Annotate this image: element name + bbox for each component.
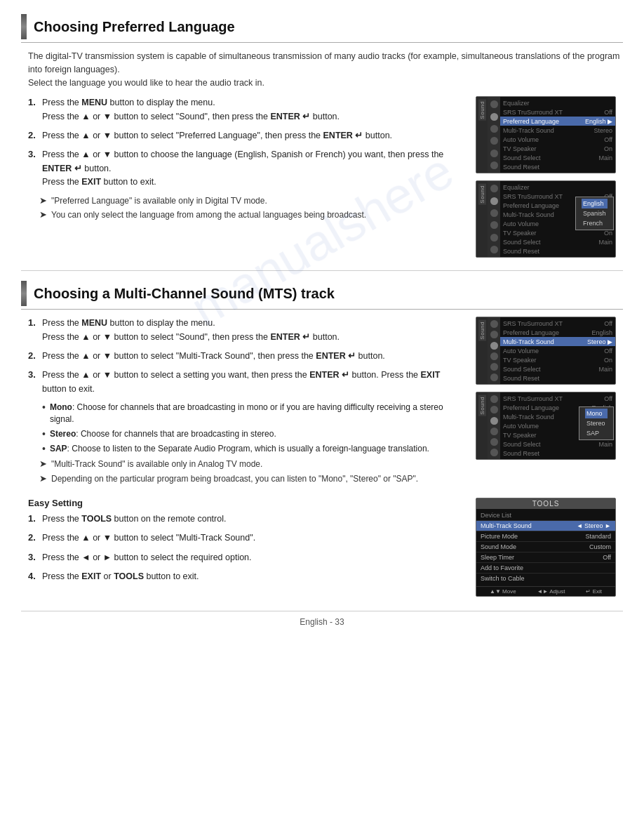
mts1-row-ssel: Sound SelectMain [500,364,615,373]
screen1-1-container: Sound Equalizer [476,96,623,173]
icon-eq [490,100,498,108]
page-number: English - 33 [300,617,344,627]
tools-screen-col: TOOLS Device List Multi-Track Sound◄ Ste… [476,498,623,597]
mts1-row-srs: SRS TruSurround XTOff [500,319,615,328]
screen1-1-icons [488,97,500,173]
bullet-sap: • SAP: Choose to listen to the Separate … [28,443,464,455]
icon-vol2 [490,234,498,241]
easy-step-3-num: 3. [28,551,42,564]
note-text-1: "Preferred Language" is available only i… [51,195,267,207]
bullet-mono: • Mono: Choose for channels that are bro… [28,402,464,425]
easy-step-4: 4. Press the EXIT or TOOLS button to exi… [28,570,464,583]
tools-cable-key: Switch to Cable [481,575,525,582]
note-arrow-2: ➤ [39,209,47,220]
row-multi-track: Multi-Track SoundStereo [500,126,615,135]
icon-srs [490,113,498,121]
screen-mts-1-sidebar: Sound [476,317,488,384]
icon-spk2 [490,246,498,253]
icon-m3 [490,342,498,350]
icon-m1 [490,320,498,328]
section2-bullets: • Mono: Choose for channels that are bro… [28,402,464,454]
icon-m5 [490,363,498,371]
icon-n3 [490,417,498,425]
easy-setting-title: Easy Setting [28,498,464,508]
tools-sound-key: Sound Mode [481,543,516,550]
step-2-2-text: Press the ▲ or ▼ button to select "Multi… [42,350,385,363]
screen-mts-1-icons [488,317,500,384]
screen-mts-1-label: Sound [478,320,486,341]
note-text-2: You can only select the language from am… [51,209,366,221]
step-2-2-num: 2. [28,350,42,363]
easy-step-2: 2. Press the ▲ or ▼ button to select "Mu… [28,531,464,545]
tools-screen: TOOLS Device List Multi-Track Sound◄ Ste… [476,498,616,597]
tools-title: TOOLS [476,498,615,509]
row-preferred-lang: Preferred LanguageEnglish ▶ [500,117,615,126]
screen1-2-label: Sound [478,184,486,205]
section1-title: Choosing Preferred Language [34,19,235,35]
note-1-2: ➤ You can only select the language from … [28,209,464,221]
screen-mts-2-side: Sound SRS TruSurround [476,392,615,459]
section-multi-channel: Choosing a Multi-Channel Sound (MTS) tra… [21,281,623,597]
note2-arrow-1: ➤ [39,458,47,469]
easy-step-3-text: Press the ◄ or ► button to select the re… [42,551,252,564]
easy-step-2-text: Press the ▲ or ▼ button to select "Multi… [42,531,255,545]
tools-rows: Device List Multi-Track Sound◄ Stereo ► … [476,509,615,585]
step-1-2-text: Press the ▲ or ▼ button to select "Prefe… [42,129,392,143]
section2-layout: 1. Press the MENU button to display the … [28,317,623,488]
mts1-row-multi: Multi-Track SoundStereo ▶ [500,337,615,346]
step-1-3-num: 3. [28,148,42,189]
screen1-2-sidebar: Sound [476,181,488,257]
tools-row-cable: Switch to Cable [476,574,615,583]
step-1-3: 3. Press the ▲ or ▼ button to choose the… [28,148,464,189]
bullet-dot-1: • [42,402,46,413]
easy-step-2-num: 2. [28,531,42,545]
note2-arrow-2: ➤ [39,473,47,484]
section-preferred-language: Choosing Preferred Language The digital-… [21,14,623,258]
icon-multi [490,137,498,145]
screen1-2-icons [488,181,500,257]
tools-sound-val: Custom [589,543,611,550]
screen1-2-side: Sound Equalizer [476,181,615,257]
tools-device-key: Device List [481,512,511,519]
tools-footer-exit: ↵ Exit [586,588,602,595]
screen1-2: Sound Equalizer [476,180,616,258]
tools-footer-adjust: ◄► Adjust [537,588,565,595]
popup-spanish: Spanish [582,208,608,218]
row-tv-spk: TV SpeakerOn [500,144,615,153]
screen1-1-sidebar: Sound [476,97,488,173]
popup-mono: Mono [585,409,608,418]
row-sound-reset: Sound Reset [500,162,615,171]
mts1-row-sreset: Sound Reset [500,373,615,383]
tools-row-pic: Picture ModeStandard [476,531,615,542]
row-equalizer: Equalizer [500,98,615,107]
step-1-2: 2. Press the ▲ or ▼ button to select "Pr… [28,129,464,143]
screen-mts-1-side: Sound SRS TruSurround [476,317,615,384]
note-2-1: ➤ "Multi-Track Sound" is available only … [28,458,464,470]
step-1-1-text: Press the MENU button to display the men… [42,96,340,124]
section2-content: 1. Press the MENU button to display the … [21,317,623,597]
section2-right-images: Sound SRS TruSurround [476,317,623,488]
tools-row-sleep: Sleep TimerOff [476,552,615,563]
step-1-2-num: 2. [28,129,42,143]
note-arrow-1: ➤ [39,195,47,206]
note-2-2: ➤ Depending on the particular program be… [28,473,464,485]
easy-step-1: 1. Press the TOOLS button on the remote … [28,512,464,526]
mts1-row-auto: Auto VolumeOff [500,346,615,355]
step-2-1-num: 1. [28,317,42,344]
icon-srs2 [490,197,498,205]
bullet-dot-3: • [42,443,46,454]
mts1-row-pref: Preferred LanguageEnglish [500,328,615,337]
intro-line2: Select the language you would like to he… [28,78,264,88]
page-footer: English - 33 [21,611,623,627]
step-2-3-num: 3. [28,369,42,396]
icon-pref2 [490,209,498,217]
step-1-1-num: 1. [28,96,42,124]
row-sound-sel: Sound SelectMain [500,153,615,162]
tools-row-fav: Add to Favorite [476,563,615,574]
row-auto-vol: Auto VolumeOff [500,135,615,144]
mts1-row-tvspk: TV SpeakerOn [500,355,615,364]
screen-mts-2-container: Sound SRS TruSurround [476,392,623,460]
screen1-2-rows: Equalizer SRS TruSurround XTOff Preferre… [500,181,615,257]
lang-popup: English Spanish French [575,197,614,230]
tools-row-mts: Multi-Track Sound◄ Stereo ► [476,521,615,531]
